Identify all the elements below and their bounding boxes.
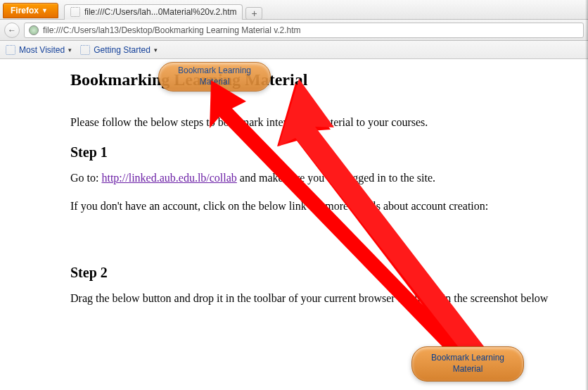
bookmark-label: Getting Started bbox=[94, 45, 151, 55]
browser-tab[interactable]: file:///C:/Users/lah...0Material%20v.2.h… bbox=[64, 4, 243, 20]
step2-heading: Step 2 bbox=[70, 265, 588, 281]
tab-title: file:///C:/Users/lah...0Material%20v.2.h… bbox=[84, 7, 237, 17]
globe-icon bbox=[29, 25, 39, 35]
step1-line1: Go to: http://linked.aub.edu.lb/collab a… bbox=[70, 172, 588, 184]
step1-pre: Go to: bbox=[70, 172, 101, 184]
bookmarklet-button[interactable]: Bookmark Learning Material bbox=[411, 346, 524, 382]
navigation-bar: ← bbox=[0, 20, 588, 41]
url-bar[interactable] bbox=[24, 23, 584, 38]
intro-text: Please follow the below steps to bookmar… bbox=[70, 116, 588, 129]
bookmarks-toolbar: Most Visited ▾ Getting Started ▾ bbox=[0, 41, 588, 59]
chevron-down-icon: ▼ bbox=[41, 7, 48, 14]
bookmarklet-button-ghost[interactable]: Bookmark Learning Material bbox=[158, 62, 271, 92]
back-button[interactable]: ← bbox=[4, 23, 20, 38]
bookmark-getting-started[interactable]: Getting Started ▾ bbox=[80, 45, 158, 55]
tab-favicon-icon bbox=[70, 7, 80, 17]
plus-icon: + bbox=[251, 8, 257, 19]
tab-strip: file:///C:/Users/lah...0Material%20v.2.h… bbox=[64, 0, 263, 20]
new-tab-button[interactable]: + bbox=[245, 7, 262, 20]
firefox-menu-button[interactable]: Firefox ▼ bbox=[3, 3, 58, 18]
page-title: Bookmarking Learning Material bbox=[70, 70, 588, 89]
step1-post: and make sure you are logged in to the s… bbox=[237, 172, 435, 184]
bookmarklet-label: Bookmark Learning Material bbox=[172, 65, 257, 87]
chevron-down-icon: ▾ bbox=[154, 46, 158, 54]
bookmark-label: Most Visited bbox=[19, 45, 65, 55]
step1-line2: If you don't have an account, click on t… bbox=[70, 200, 588, 213]
window-titlebar: Firefox ▼ file:///C:/Users/lah...0Materi… bbox=[0, 0, 588, 20]
page-content: Bookmarking Learning Material Please fol… bbox=[0, 59, 588, 305]
bookmarklet-label: Bookmark Learning Material bbox=[425, 353, 511, 375]
step1-heading: Step 1 bbox=[70, 144, 588, 161]
url-input[interactable] bbox=[43, 25, 579, 35]
bookmark-folder-icon bbox=[6, 45, 15, 55]
step2-text: Drag the below button and drop it in the… bbox=[70, 292, 588, 305]
bookmark-folder-icon bbox=[80, 45, 90, 55]
arrow-left-icon: ← bbox=[8, 25, 16, 35]
collab-link[interactable]: http://linked.aub.edu.lb/collab bbox=[101, 172, 236, 184]
firefox-menu-label: Firefox bbox=[11, 6, 39, 15]
bookmark-most-visited[interactable]: Most Visited ▾ bbox=[6, 45, 72, 55]
chevron-down-icon: ▾ bbox=[68, 46, 72, 54]
